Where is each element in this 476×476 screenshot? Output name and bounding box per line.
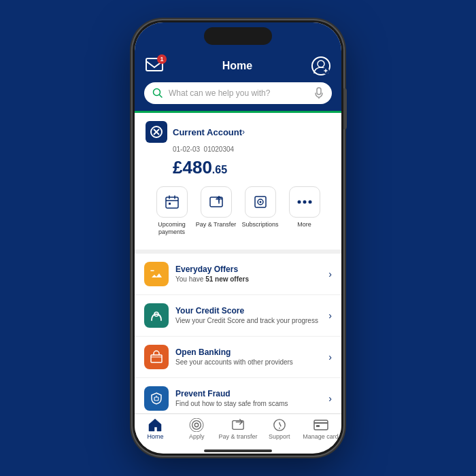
credit-score-title: Your Credit Score xyxy=(175,306,328,316)
subscriptions-btn[interactable] xyxy=(245,186,276,218)
open-banking-subtitle: See your accounts with other providers xyxy=(175,358,328,366)
phone-inner: 1 Home What can we help you with? xyxy=(135,22,341,454)
phone-frame: 1 Home What can we help you with? xyxy=(133,20,343,456)
open-banking-text: Open Banking See your accounts with othe… xyxy=(175,347,328,366)
quick-actions: Upcoming payments Pay & Transfer xyxy=(146,178,330,240)
account-name: Current Account xyxy=(173,127,242,137)
apply-nav-icon xyxy=(189,418,204,432)
transfer-icon xyxy=(209,194,224,209)
action-more[interactable]: More xyxy=(284,186,325,236)
header-title: Home xyxy=(222,60,252,72)
account-chevron: › xyxy=(242,127,245,137)
everyday-offers-chevron: › xyxy=(328,269,332,279)
prevent-fraud-text: Prevent Fraud Find out how to stay safe … xyxy=(175,389,328,407)
svg-point-17 xyxy=(259,201,261,203)
everyday-offers-subtitle: You have 51 new offers xyxy=(175,275,328,283)
more-icon xyxy=(297,199,312,205)
action-pay-transfer[interactable]: Pay & Transfer xyxy=(196,186,237,236)
nav-pay-transfer[interactable]: Pay & transfer xyxy=(218,418,259,440)
everyday-offers-title: Everyday Offers xyxy=(175,265,328,274)
nav-pay-transfer-label: Pay & transfer xyxy=(218,433,257,440)
svg-rect-12 xyxy=(169,203,171,205)
home-indicator xyxy=(204,449,272,452)
nav-apply[interactable]: Apply xyxy=(176,418,218,440)
prevent-fraud-item[interactable]: Prevent Fraud Find out how to stay safe … xyxy=(135,378,341,413)
nav-home[interactable]: Home xyxy=(135,418,176,440)
everyday-offers-item[interactable]: Everyday Offers You have 51 new offers › xyxy=(135,254,341,295)
svg-rect-32 xyxy=(314,420,328,430)
credit-score-item[interactable]: Your Credit Score View your Credit Score… xyxy=(135,295,341,337)
search-icon xyxy=(152,88,163,99)
svg-point-26 xyxy=(192,421,201,430)
svg-rect-8 xyxy=(166,197,178,208)
subscriptions-label: Subscriptions xyxy=(241,221,278,228)
action-subscriptions[interactable]: Subscriptions xyxy=(240,186,281,236)
svg-rect-22 xyxy=(151,355,162,362)
credit-score-chevron: › xyxy=(328,310,332,321)
support-nav-icon xyxy=(272,418,287,432)
nav-support[interactable]: Support xyxy=(258,418,300,440)
account-card[interactable]: Current Account › 01-02-03 01020304 £480… xyxy=(135,113,341,250)
upcoming-payments-btn[interactable] xyxy=(156,186,188,218)
credit-score-text: Your Credit Score View your Credit Score… xyxy=(175,306,328,324)
nav-support-label: Support xyxy=(269,433,290,440)
mic-icon[interactable] xyxy=(314,87,324,99)
svg-point-2 xyxy=(318,61,324,67)
svg-point-20 xyxy=(308,201,311,204)
svg-point-30 xyxy=(274,420,285,430)
svg-point-19 xyxy=(303,201,306,204)
upcoming-payments-label: Upcoming payments xyxy=(152,221,192,236)
calendar-icon xyxy=(165,194,180,209)
svg-point-25 xyxy=(194,423,198,426)
nav-manage-card[interactable]: Manage card xyxy=(300,418,341,440)
subscriptions-icon xyxy=(253,194,268,209)
prevent-fraud-subtitle: Find out how to stay safe from scams xyxy=(175,400,328,407)
open-banking-title: Open Banking xyxy=(175,347,328,357)
content-area: Current Account › 01-02-03 01020304 £480… xyxy=(135,113,341,413)
credit-score-icon xyxy=(144,303,169,328)
svg-point-31 xyxy=(279,428,280,429)
notch xyxy=(204,27,272,45)
avatar-icon[interactable] xyxy=(311,56,330,75)
everyday-offers-icon xyxy=(144,262,169,286)
prevent-fraud-chevron: › xyxy=(328,393,332,404)
home-nav-icon xyxy=(148,418,163,432)
svg-point-18 xyxy=(297,201,301,204)
search-bar: What can we help you with? xyxy=(135,82,341,111)
svg-rect-34 xyxy=(316,425,320,427)
prevent-fraud-icon xyxy=(144,386,169,411)
account-icon xyxy=(146,121,167,143)
open-banking-item[interactable]: Open Banking See your accounts with othe… xyxy=(135,337,341,378)
action-upcoming-payments[interactable]: Upcoming payments xyxy=(152,186,192,236)
search-placeholder: What can we help you with? xyxy=(169,88,314,98)
list-section: Everyday Offers You have 51 new offers › xyxy=(135,254,341,413)
pay-transfer-label: Pay & Transfer xyxy=(196,221,237,228)
more-label: More xyxy=(297,221,311,228)
svg-rect-24 xyxy=(154,397,158,401)
mail-icon-wrapper[interactable]: 1 xyxy=(146,58,163,74)
account-balance: £480.65 xyxy=(173,157,330,178)
svg-rect-5 xyxy=(317,88,321,95)
nav-apply-label: Apply xyxy=(189,433,205,440)
bottom-nav: Home Apply Pay & transfer xyxy=(135,413,341,447)
prevent-fraud-title: Prevent Fraud xyxy=(175,389,328,398)
manage-card-nav-icon xyxy=(313,418,328,432)
notification-badge: 1 xyxy=(157,54,167,64)
everyday-offers-text: Everyday Offers You have 51 new offers xyxy=(175,265,328,283)
more-btn[interactable] xyxy=(289,186,320,218)
credit-score-subtitle: View your Credit Score and track your pr… xyxy=(175,317,328,324)
nav-manage-card-label: Manage card xyxy=(303,433,339,440)
account-header: Current Account › xyxy=(146,121,330,143)
pay-transfer-nav-icon xyxy=(231,418,245,432)
nav-home-label: Home xyxy=(147,433,163,440)
account-number: 01-02-03 01020304 xyxy=(173,146,330,153)
open-banking-chevron: › xyxy=(328,352,332,362)
open-banking-icon xyxy=(144,345,169,369)
pay-transfer-btn[interactable] xyxy=(201,186,232,218)
header: 1 Home xyxy=(135,52,341,82)
search-inner[interactable]: What can we help you with? xyxy=(144,82,332,104)
